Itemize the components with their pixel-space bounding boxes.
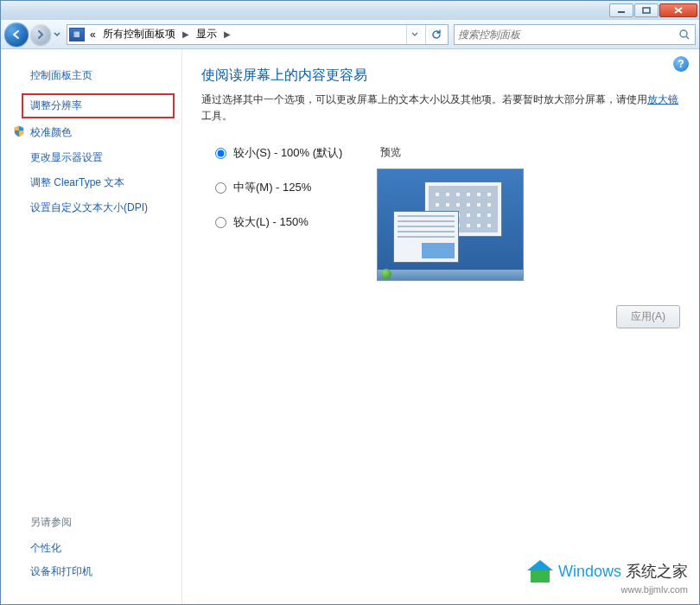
nav-history-dropdown-icon[interactable]	[53, 24, 61, 45]
preview-label: 预览	[377, 145, 524, 160]
shield-icon	[13, 125, 25, 140]
sidebar-link-resolution[interactable]: 调整分辨率	[22, 93, 175, 118]
navbar: ▦ « 所有控制面板项 ▶ 显示 ▶	[1, 20, 699, 49]
radio-input[interactable]	[215, 217, 226, 228]
preview-window-icon	[393, 211, 459, 263]
radio-input[interactable]	[215, 148, 226, 159]
window: ▦ « 所有控制面板项 ▶ 显示 ▶ 控制面板主页	[0, 0, 700, 605]
desc-text: 通过选择其中一个选项，可以更改屏幕上的文本大小以及其他项。若要暂时放大部分屏幕，…	[201, 93, 647, 105]
nav-forward-button[interactable]	[30, 24, 51, 45]
search-icon[interactable]	[678, 28, 691, 41]
nav-back-button[interactable]	[4, 22, 29, 47]
breadcrumb-laquo: «	[88, 29, 98, 41]
page-description: 通过选择其中一个选项，可以更改屏幕上的文本大小以及其他项。若要暂时放大部分屏幕，…	[201, 92, 680, 124]
sidebar-link-label: 校准颜色	[30, 125, 72, 140]
body: 控制面板主页 调整分辨率 校准颜色 更改显示器设置 调整 ClearType 文…	[1, 49, 699, 604]
breadcrumb-item[interactable]: 显示	[194, 27, 219, 41]
desc-text: 工具。	[201, 110, 232, 122]
apply-button[interactable]: 应用(A)	[616, 305, 680, 328]
sidebar-link-label: 调整分辨率	[30, 99, 82, 113]
radio-input[interactable]	[215, 182, 226, 194]
sidebar-link-label: 设置自定义文本大小(DPI)	[30, 201, 148, 215]
radio-label: 中等(M) - 125%	[233, 180, 311, 195]
search-box[interactable]	[454, 24, 696, 45]
control-panel-icon: ▦	[69, 28, 85, 41]
scale-option-small[interactable]: 较小(S) - 100% (默认)	[215, 145, 342, 161]
sidebar-link-display-settings[interactable]: 更改显示器设置	[1, 145, 181, 170]
sidebar-link-calibrate-color[interactable]: 校准颜色	[1, 120, 181, 145]
address-bar[interactable]: ▦ « 所有控制面板项 ▶ 显示 ▶	[67, 24, 449, 45]
help-button[interactable]: ?	[673, 56, 689, 72]
maximize-button[interactable]	[634, 3, 659, 17]
sidebar-link-label: 调整 ClearType 文本	[30, 175, 124, 190]
search-input[interactable]	[458, 29, 678, 41]
page-title: 使阅读屏幕上的内容更容易	[201, 67, 680, 85]
address-dropdown-button[interactable]	[406, 25, 422, 44]
radio-label: 较大(L) - 150%	[233, 214, 309, 230]
see-also-personalization[interactable]: 个性化	[30, 537, 181, 560]
breadcrumb-separator-icon[interactable]: ▶	[222, 29, 232, 39]
preview-taskbar-icon	[378, 270, 523, 280]
svg-line-5	[686, 36, 689, 39]
sidebar-link-cleartype[interactable]: 调整 ClearType 文本	[1, 170, 181, 195]
sidebar-link-label: 更改显示器设置	[30, 150, 103, 165]
titlebar	[1, 1, 699, 20]
sidebar-home-link[interactable]: 控制面板主页	[1, 65, 181, 92]
main-content: ? 使阅读屏幕上的内容更容易 通过选择其中一个选项，可以更改屏幕上的文本大小以及…	[182, 49, 699, 604]
breadcrumb-separator-icon[interactable]: ▶	[181, 29, 191, 39]
close-button[interactable]	[659, 3, 697, 17]
preview-image	[377, 169, 524, 281]
minimize-button[interactable]	[609, 3, 633, 17]
see-also-devices-printers[interactable]: 设备和打印机	[30, 560, 181, 583]
refresh-button[interactable]	[425, 25, 446, 44]
scale-options: 较小(S) - 100% (默认) 中等(M) - 125% 较大(L) - 1…	[201, 145, 342, 281]
svg-rect-1	[643, 8, 650, 13]
svg-point-4	[680, 30, 687, 37]
radio-label: 较小(S) - 100% (默认)	[233, 145, 342, 161]
breadcrumb-item[interactable]: 所有控制面板项	[101, 27, 177, 41]
preview-column: 预览	[377, 145, 524, 281]
sidebar-link-custom-dpi[interactable]: 设置自定义文本大小(DPI)	[1, 195, 181, 220]
scale-option-medium[interactable]: 中等(M) - 125%	[215, 180, 342, 195]
magnifier-link[interactable]: 放大镜	[647, 93, 678, 105]
see-also-heading: 另请参阅	[30, 515, 181, 537]
sidebar-see-also: 另请参阅 个性化 设备和打印机	[1, 505, 181, 604]
sidebar: 控制面板主页 调整分辨率 校准颜色 更改显示器设置 调整 ClearType 文…	[1, 49, 182, 604]
scale-option-large[interactable]: 较大(L) - 150%	[215, 214, 342, 230]
